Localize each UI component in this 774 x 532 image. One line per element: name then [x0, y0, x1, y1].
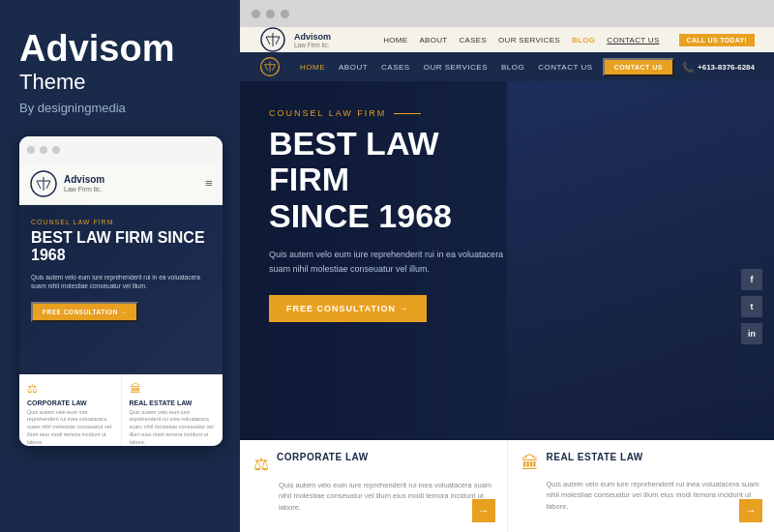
contact-us-button[interactable]: CONTACT US [603, 58, 674, 76]
brand-by: By designingmedia [19, 101, 221, 115]
main-nav-services[interactable]: OUR SERVICES [424, 63, 488, 72]
desktop-top-nav-bar: Advisom Law Firm llc. HOME ABOUT CASES O… [240, 27, 774, 52]
browser-dot-3 [281, 10, 289, 18]
main-nav-about[interactable]: ABOUT [339, 63, 368, 72]
desktop-top-logo-sub: Law Firm llc. [294, 42, 331, 48]
brand-title: Advisom [19, 29, 221, 70]
hero-description: Quis autem velo eum iure reprehenderit r… [269, 248, 505, 278]
mobile-nav: Advisom Law Firm llc. ≡ [19, 163, 223, 205]
realestate-law-text: Quis autem velo eum iure reprehenderit r… [547, 479, 761, 512]
service-card-realestate: 🏛 REAL ESTATE LAW Quis autem velo eum iu… [508, 440, 775, 532]
counsel-line-decoration [394, 113, 421, 114]
svg-line-13 [265, 65, 268, 71]
mobile-hero-title: BEST LAW FIRM SINCE 1968 [31, 229, 211, 265]
hero-content: COUNSEL LAW FIRM BEST LAW FIRM SINCE 196… [240, 81, 534, 349]
mobile-card-text-1: Quis autem velo eum iure reprehenderit r… [27, 409, 113, 446]
hero-cta-button[interactable]: FREE CONSULTATION → [269, 295, 427, 322]
mobile-mockup: Advisom Law Firm llc. ≡ COUNSEL LAW FIRM… [19, 136, 223, 446]
desktop-top-logo: Advisom Law Firm llc. [259, 27, 331, 53]
nav-top-services[interactable]: OUR SERVICES [498, 36, 560, 44]
desktop-main-nav-links: HOME ABOUT CASES OUR SERVICES BLOG CONTA… [300, 63, 593, 72]
corporate-law-arrow[interactable]: → [472, 499, 495, 522]
mobile-browser-bar [19, 136, 223, 163]
nav-top-blog[interactable]: BLOG [572, 36, 595, 44]
desktop-main-nav-bar: HOME ABOUT CASES OUR SERVICES BLOG CONTA… [240, 52, 774, 81]
nav-top-contact[interactable]: CONTACT US [607, 36, 659, 44]
phone-icon: 📞 [682, 62, 694, 73]
main-nav-contact[interactable]: CONTACT US [538, 63, 592, 72]
nav-top-about[interactable]: ABOUT [419, 36, 447, 44]
phone-display: 📞 +613-8376-6284 [682, 62, 755, 73]
svg-line-4 [46, 181, 50, 189]
left-panel: Advisom Theme By designingmedia Advisom … [0, 0, 240, 532]
nav-top-cases[interactable]: CASES [459, 36, 487, 44]
realestate-law-arrow[interactable]: → [739, 499, 762, 522]
mobile-dot-1 [27, 146, 35, 154]
brand-subtitle: Theme [19, 70, 221, 95]
mobile-card-title-1: CORPORATE LAW [27, 399, 113, 406]
service-cards: ⚖ CORPORATE LAW Quis autem velo eum iure… [240, 440, 774, 532]
mobile-cta-button[interactable]: FREE CONSULTATION → [31, 302, 138, 322]
mobile-card-2: 🏛 REAL ESTATE LAW Quis autem velo eum iu… [122, 374, 223, 446]
desktop-main-logo-icon [259, 56, 281, 77]
linkedin-icon[interactable]: in [741, 323, 762, 344]
mobile-logo-icon [29, 169, 58, 198]
desktop-main-logo [259, 56, 281, 77]
mobile-counsel-label: COUNSEL LAW FIRM [31, 219, 211, 225]
svg-line-9 [276, 37, 280, 44]
service-card-top-1: ⚖ CORPORATE LAW [253, 452, 493, 475]
social-icons: f t in [741, 269, 762, 344]
mobile-service-cards: ⚖ CORPORATE LAW Quis autem velo eum iure… [19, 374, 223, 446]
call-today-btn[interactable]: CALL US TODAY! [679, 34, 755, 46]
hamburger-icon[interactable]: ≡ [205, 176, 213, 192]
mobile-dot-3 [52, 146, 60, 154]
hero-counsel-label: COUNSEL LAW FIRM [269, 108, 505, 118]
mobile-hero-content: COUNSEL LAW FIRM BEST LAW FIRM SINCE 196… [31, 219, 211, 322]
mobile-card-icon-1: ⚖ [27, 382, 113, 397]
mobile-logo-name: Advisom [64, 174, 104, 186]
realestate-law-icon: 🏛 [521, 454, 539, 474]
svg-line-8 [266, 37, 270, 44]
desktop-logo-icon [259, 27, 286, 53]
mobile-card-icon-2: 🏛 [130, 382, 216, 397]
browser-dot-2 [266, 10, 275, 18]
mobile-hero: COUNSEL LAW FIRM BEST LAW FIRM SINCE 196… [19, 205, 223, 374]
browser-dot-1 [252, 10, 260, 18]
service-card-corporate: ⚖ CORPORATE LAW Quis autem velo eum iure… [240, 440, 508, 532]
nav-top-home[interactable]: HOME [383, 36, 407, 44]
mobile-card-title-2: REAL ESTATE LAW [130, 399, 216, 406]
desktop-top-nav-links: HOME ABOUT CASES OUR SERVICES BLOG CONTA… [383, 34, 755, 46]
desktop-top-logo-name: Advisom [294, 32, 331, 42]
service-card-top-2: 🏛 REAL ESTATE LAW [521, 452, 761, 474]
main-nav-cases[interactable]: CASES [381, 63, 410, 72]
mobile-dot-2 [40, 146, 47, 154]
facebook-icon[interactable]: f [741, 269, 762, 290]
hero-title: BEST LAW FIRM SINCE 1968 [269, 126, 505, 234]
corporate-law-text: Quis autem velo eum iure reprehenderit r… [279, 480, 493, 513]
desktop-mockup: Advisom Law Firm llc. HOME ABOUT CASES O… [240, 27, 774, 532]
browser-bar [240, 0, 774, 27]
right-panel: Advisom Law Firm llc. HOME ABOUT CASES O… [240, 0, 774, 532]
main-nav-blog[interactable]: BLOG [501, 63, 524, 72]
corporate-law-icon: ⚖ [253, 454, 269, 475]
mobile-logo-sub: Law Firm llc. [64, 186, 104, 192]
twitter-icon[interactable]: t [741, 296, 762, 317]
corporate-law-title: CORPORATE LAW [277, 452, 369, 462]
mobile-logo: Advisom Law Firm llc. [29, 169, 104, 198]
main-nav-home[interactable]: HOME [300, 63, 325, 72]
svg-line-14 [272, 65, 275, 71]
phone-number: +613-8376-6284 [698, 63, 755, 72]
mobile-card-text-2: Quis autem velo eum iure reprehenderit r… [130, 409, 216, 446]
svg-line-3 [37, 181, 41, 189]
mobile-card-1: ⚖ CORPORATE LAW Quis autem velo eum iure… [19, 374, 122, 446]
realestate-law-title: REAL ESTATE LAW [547, 452, 643, 462]
mobile-hero-desc: Quis autem velo eum iure reprehenderit r… [31, 273, 211, 292]
desktop-hero: COUNSEL LAW FIRM BEST LAW FIRM SINCE 196… [240, 81, 774, 532]
